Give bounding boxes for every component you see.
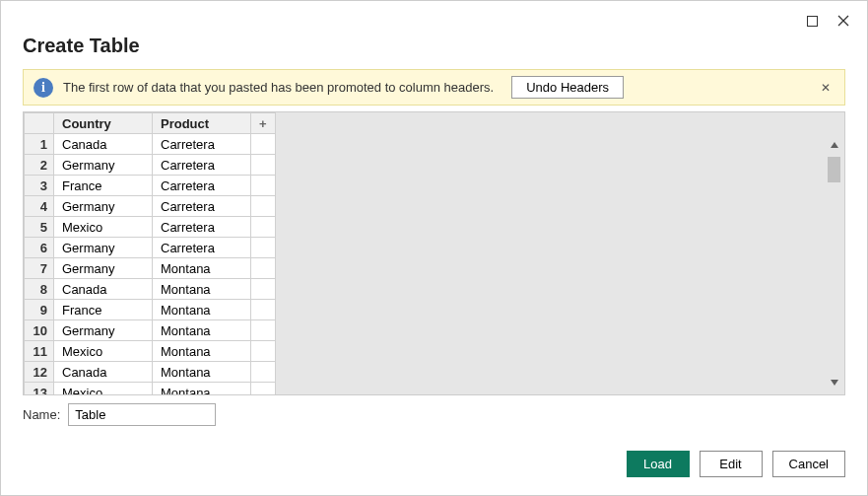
cell-product[interactable]: Carretera xyxy=(153,196,251,217)
cell-empty[interactable] xyxy=(251,279,276,300)
banner-close-icon[interactable]: ✕ xyxy=(817,81,835,95)
cell-country[interactable]: Mexico xyxy=(54,217,153,238)
cell-empty[interactable] xyxy=(251,134,276,155)
svg-marker-4 xyxy=(831,380,838,386)
row-number[interactable]: 8 xyxy=(25,279,54,300)
cell-country[interactable]: Mexico xyxy=(54,383,153,396)
info-message: The first row of data that you pasted ha… xyxy=(63,80,494,95)
cell-empty[interactable] xyxy=(251,196,276,217)
scroll-thumb[interactable] xyxy=(828,157,840,182)
scroll-down-icon[interactable] xyxy=(826,374,842,390)
maximize-button[interactable] xyxy=(800,11,824,31)
cell-country[interactable]: Germany xyxy=(54,320,153,341)
cell-product[interactable]: Montana xyxy=(153,258,251,279)
cell-country[interactable]: Germany xyxy=(54,196,153,217)
cell-empty[interactable] xyxy=(251,362,276,383)
info-banner: i The first row of data that you pasted … xyxy=(23,69,845,106)
cell-product[interactable]: Montana xyxy=(153,362,251,383)
row-number[interactable]: 3 xyxy=(25,176,54,196)
cell-product[interactable]: Carretera xyxy=(153,217,251,238)
name-row: Name: xyxy=(23,403,845,426)
create-table-dialog: Create Table i The first row of data tha… xyxy=(0,0,868,496)
row-number[interactable]: 5 xyxy=(25,217,54,238)
load-button[interactable]: Load xyxy=(627,451,690,477)
cell-empty[interactable] xyxy=(251,155,276,176)
cell-empty[interactable] xyxy=(251,258,276,279)
cell-product[interactable]: Carretera xyxy=(153,155,251,176)
row-number[interactable]: 1 xyxy=(25,134,54,155)
titlebar xyxy=(1,1,867,31)
column-header-product[interactable]: Product xyxy=(153,113,251,134)
table-row[interactable]: 13MexicoMontana xyxy=(25,383,276,396)
cell-product[interactable]: Montana xyxy=(153,383,251,396)
scroll-track[interactable] xyxy=(826,153,842,374)
info-icon: i xyxy=(33,78,53,98)
cell-product[interactable]: Montana xyxy=(153,341,251,362)
table-row[interactable]: 10GermanyMontana xyxy=(25,320,276,341)
row-number[interactable]: 2 xyxy=(25,155,54,176)
cell-product[interactable]: Carretera xyxy=(153,238,251,258)
cell-empty[interactable] xyxy=(251,176,276,196)
table-row[interactable]: 11MexicoMontana xyxy=(25,341,276,362)
cell-country[interactable]: Germany xyxy=(54,155,153,176)
name-input[interactable] xyxy=(68,403,216,426)
name-label: Name: xyxy=(23,407,60,422)
window-controls xyxy=(800,9,855,31)
table-row[interactable]: 9FranceMontana xyxy=(25,300,276,320)
edit-button[interactable]: Edit xyxy=(700,451,763,477)
vertical-scrollbar[interactable] xyxy=(826,136,842,390)
row-number[interactable]: 12 xyxy=(25,362,54,383)
row-number[interactable]: 7 xyxy=(25,258,54,279)
svg-rect-0 xyxy=(807,16,817,26)
row-number[interactable]: 6 xyxy=(25,238,54,258)
column-header-country[interactable]: Country xyxy=(54,113,153,134)
row-number[interactable]: 10 xyxy=(25,320,54,341)
table-row[interactable]: 4GermanyCarretera xyxy=(25,196,276,217)
table-row[interactable]: 6GermanyCarretera xyxy=(25,238,276,258)
cell-empty[interactable] xyxy=(251,383,276,396)
svg-marker-3 xyxy=(831,142,838,148)
cell-product[interactable]: Carretera xyxy=(153,176,251,196)
cell-country[interactable]: Mexico xyxy=(54,341,153,362)
grid-corner[interactable] xyxy=(25,113,54,134)
cell-country[interactable]: Canada xyxy=(54,134,153,155)
row-number[interactable]: 11 xyxy=(25,341,54,362)
row-number[interactable]: 9 xyxy=(25,300,54,320)
table-row[interactable]: 3FranceCarretera xyxy=(25,176,276,196)
cell-country[interactable]: Canada xyxy=(54,362,153,383)
row-number[interactable]: 13 xyxy=(25,383,54,396)
table-row[interactable]: 8CanadaMontana xyxy=(25,279,276,300)
add-column-button[interactable]: + xyxy=(251,113,276,134)
cell-empty[interactable] xyxy=(251,320,276,341)
cancel-button[interactable]: Cancel xyxy=(772,451,845,477)
cell-empty[interactable] xyxy=(251,341,276,362)
table-row[interactable]: 12CanadaMontana xyxy=(25,362,276,383)
scroll-up-icon[interactable] xyxy=(826,136,842,153)
undo-headers-button[interactable]: Undo Headers xyxy=(511,76,624,99)
cell-empty[interactable] xyxy=(251,217,276,238)
data-preview-grid: Country Product + 1CanadaCarretera2Germa… xyxy=(23,111,845,395)
table-row[interactable]: 1CanadaCarretera xyxy=(25,134,276,155)
table-row[interactable]: 7GermanyMontana xyxy=(25,258,276,279)
close-button[interactable] xyxy=(832,11,855,31)
cell-country[interactable]: France xyxy=(54,300,153,320)
cell-product[interactable]: Carretera xyxy=(153,134,251,155)
cell-empty[interactable] xyxy=(251,238,276,258)
row-number[interactable]: 4 xyxy=(25,196,54,217)
cell-product[interactable]: Montana xyxy=(153,300,251,320)
cell-empty[interactable] xyxy=(251,300,276,320)
dialog-title: Create Table xyxy=(1,31,867,69)
dialog-footer: Load Edit Cancel xyxy=(1,437,867,495)
cell-country[interactable]: France xyxy=(54,176,153,196)
cell-country[interactable]: Germany xyxy=(54,238,153,258)
cell-product[interactable]: Montana xyxy=(153,279,251,300)
table-row[interactable]: 2GermanyCarretera xyxy=(25,155,276,176)
cell-country[interactable]: Canada xyxy=(54,279,153,300)
table-row[interactable]: 5MexicoCarretera xyxy=(25,217,276,238)
cell-product[interactable]: Montana xyxy=(153,320,251,341)
cell-country[interactable]: Germany xyxy=(54,258,153,279)
